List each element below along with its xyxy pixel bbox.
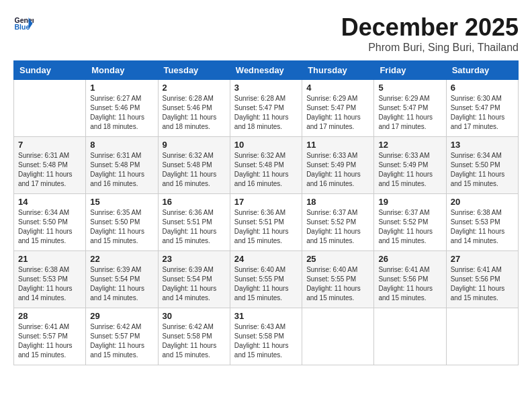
week-row-4: 21Sunrise: 6:38 AMSunset: 5:53 PMDayligh… xyxy=(14,251,519,308)
day-info: Sunrise: 6:28 AMSunset: 5:46 PMDaylight:… xyxy=(163,94,226,132)
week-row-3: 14Sunrise: 6:34 AMSunset: 5:50 PMDayligh… xyxy=(14,194,519,251)
day-info: Sunrise: 6:32 AMSunset: 5:48 PMDaylight:… xyxy=(163,151,226,189)
day-number: 18 xyxy=(306,197,369,207)
calendar-cell: 8Sunrise: 6:31 AMSunset: 5:48 PMDaylight… xyxy=(86,137,158,194)
title-section: December 2025 Phrom Buri, Sing Buri, Tha… xyxy=(341,13,519,54)
day-info: Sunrise: 6:32 AMSunset: 5:48 PMDaylight:… xyxy=(234,151,298,189)
calendar-cell: 7Sunrise: 6:31 AMSunset: 5:48 PMDaylight… xyxy=(14,137,86,194)
day-number: 29 xyxy=(90,311,153,321)
calendar-cell: 2Sunrise: 6:28 AMSunset: 5:46 PMDaylight… xyxy=(158,80,230,137)
day-number: 13 xyxy=(451,140,514,150)
weekday-header-row: SundayMondayTuesdayWednesdayThursdayFrid… xyxy=(14,61,519,80)
calendar-cell: 20Sunrise: 6:38 AMSunset: 5:53 PMDayligh… xyxy=(446,194,518,251)
calendar-cell: 22Sunrise: 6:39 AMSunset: 5:54 PMDayligh… xyxy=(86,251,158,308)
calendar-cell xyxy=(14,80,86,137)
day-number: 26 xyxy=(378,254,441,264)
day-info: Sunrise: 6:36 AMSunset: 5:51 PMDaylight:… xyxy=(163,208,226,246)
day-number: 4 xyxy=(306,83,369,93)
calendar-cell: 3Sunrise: 6:28 AMSunset: 5:47 PMDaylight… xyxy=(230,80,302,137)
day-number: 10 xyxy=(234,140,298,150)
week-row-2: 7Sunrise: 6:31 AMSunset: 5:48 PMDaylight… xyxy=(14,137,519,194)
calendar-cell: 18Sunrise: 6:37 AMSunset: 5:52 PMDayligh… xyxy=(302,194,374,251)
day-info: Sunrise: 6:29 AMSunset: 5:47 PMDaylight:… xyxy=(378,94,441,132)
day-number: 23 xyxy=(163,254,226,264)
day-info: Sunrise: 6:36 AMSunset: 5:51 PMDaylight:… xyxy=(234,208,298,246)
day-number: 6 xyxy=(451,83,514,93)
calendar-cell: 5Sunrise: 6:29 AMSunset: 5:47 PMDaylight… xyxy=(374,80,446,137)
calendar-cell: 1Sunrise: 6:27 AMSunset: 5:46 PMDaylight… xyxy=(86,80,158,137)
day-number: 27 xyxy=(451,254,514,264)
weekday-header-sunday: Sunday xyxy=(14,61,86,80)
day-number: 5 xyxy=(378,83,441,93)
day-info: Sunrise: 6:33 AMSunset: 5:49 PMDaylight:… xyxy=(378,151,441,189)
day-info: Sunrise: 6:39 AMSunset: 5:54 PMDaylight:… xyxy=(163,265,226,303)
subtitle: Phrom Buri, Sing Buri, Thailand xyxy=(341,42,519,54)
day-info: Sunrise: 6:31 AMSunset: 5:48 PMDaylight:… xyxy=(18,151,81,189)
calendar-cell: 6Sunrise: 6:30 AMSunset: 5:47 PMDaylight… xyxy=(446,80,518,137)
svg-text:Blue: Blue xyxy=(15,23,30,31)
day-info: Sunrise: 6:35 AMSunset: 5:50 PMDaylight:… xyxy=(90,208,153,246)
day-info: Sunrise: 6:42 AMSunset: 5:58 PMDaylight:… xyxy=(163,322,226,360)
calendar-cell: 19Sunrise: 6:37 AMSunset: 5:52 PMDayligh… xyxy=(374,194,446,251)
calendar-cell: 28Sunrise: 6:41 AMSunset: 5:57 PMDayligh… xyxy=(14,308,86,365)
day-number: 19 xyxy=(378,197,441,207)
calendar-cell: 9Sunrise: 6:32 AMSunset: 5:48 PMDaylight… xyxy=(158,137,230,194)
day-info: Sunrise: 6:41 AMSunset: 5:56 PMDaylight:… xyxy=(451,265,514,303)
day-info: Sunrise: 6:27 AMSunset: 5:46 PMDaylight:… xyxy=(90,94,153,132)
day-info: Sunrise: 6:34 AMSunset: 5:50 PMDaylight:… xyxy=(18,208,81,246)
day-info: Sunrise: 6:34 AMSunset: 5:50 PMDaylight:… xyxy=(451,151,514,189)
page-header: General Blue December 2025 Phrom Buri, S… xyxy=(13,13,519,54)
day-number: 31 xyxy=(234,311,298,321)
day-info: Sunrise: 6:43 AMSunset: 5:58 PMDaylight:… xyxy=(234,322,298,360)
day-info: Sunrise: 6:29 AMSunset: 5:47 PMDaylight:… xyxy=(306,94,369,132)
main-title: December 2025 xyxy=(341,13,519,42)
weekday-header-wednesday: Wednesday xyxy=(230,61,302,80)
calendar-cell xyxy=(374,308,446,365)
day-info: Sunrise: 6:41 AMSunset: 5:56 PMDaylight:… xyxy=(378,265,441,303)
day-number: 21 xyxy=(18,254,81,264)
weekday-header-tuesday: Tuesday xyxy=(158,61,230,80)
day-info: Sunrise: 6:28 AMSunset: 5:47 PMDaylight:… xyxy=(234,94,298,132)
day-info: Sunrise: 6:41 AMSunset: 5:57 PMDaylight:… xyxy=(18,322,81,360)
calendar-cell: 15Sunrise: 6:35 AMSunset: 5:50 PMDayligh… xyxy=(86,194,158,251)
calendar-cell: 16Sunrise: 6:36 AMSunset: 5:51 PMDayligh… xyxy=(158,194,230,251)
calendar-cell: 24Sunrise: 6:40 AMSunset: 5:55 PMDayligh… xyxy=(230,251,302,308)
day-number: 16 xyxy=(163,197,226,207)
calendar-cell xyxy=(446,308,518,365)
day-number: 28 xyxy=(18,311,81,321)
calendar-table: SundayMondayTuesdayWednesdayThursdayFrid… xyxy=(13,60,519,365)
day-number: 8 xyxy=(90,140,153,150)
weekday-header-saturday: Saturday xyxy=(446,61,518,80)
day-info: Sunrise: 6:30 AMSunset: 5:47 PMDaylight:… xyxy=(451,94,514,132)
day-number: 30 xyxy=(163,311,226,321)
calendar-cell: 4Sunrise: 6:29 AMSunset: 5:47 PMDaylight… xyxy=(302,80,374,137)
day-info: Sunrise: 6:39 AMSunset: 5:54 PMDaylight:… xyxy=(90,265,153,303)
day-info: Sunrise: 6:38 AMSunset: 5:53 PMDaylight:… xyxy=(18,265,81,303)
week-row-5: 28Sunrise: 6:41 AMSunset: 5:57 PMDayligh… xyxy=(14,308,519,365)
logo-icon: General Blue xyxy=(13,13,34,34)
day-number: 24 xyxy=(234,254,298,264)
day-number: 22 xyxy=(90,254,153,264)
day-number: 25 xyxy=(306,254,369,264)
logo: General Blue xyxy=(13,13,34,34)
day-number: 14 xyxy=(18,197,81,207)
weekday-header-monday: Monday xyxy=(86,61,158,80)
day-info: Sunrise: 6:38 AMSunset: 5:53 PMDaylight:… xyxy=(451,208,514,246)
day-info: Sunrise: 6:33 AMSunset: 5:49 PMDaylight:… xyxy=(306,151,369,189)
calendar-cell: 11Sunrise: 6:33 AMSunset: 5:49 PMDayligh… xyxy=(302,137,374,194)
calendar-cell: 29Sunrise: 6:42 AMSunset: 5:57 PMDayligh… xyxy=(86,308,158,365)
day-info: Sunrise: 6:42 AMSunset: 5:57 PMDaylight:… xyxy=(90,322,153,360)
day-info: Sunrise: 6:40 AMSunset: 5:55 PMDaylight:… xyxy=(234,265,298,303)
calendar-cell: 30Sunrise: 6:42 AMSunset: 5:58 PMDayligh… xyxy=(158,308,230,365)
calendar-cell: 27Sunrise: 6:41 AMSunset: 5:56 PMDayligh… xyxy=(446,251,518,308)
day-number: 20 xyxy=(451,197,514,207)
calendar-cell xyxy=(302,308,374,365)
day-number: 11 xyxy=(306,140,369,150)
day-number: 9 xyxy=(163,140,226,150)
calendar-cell: 12Sunrise: 6:33 AMSunset: 5:49 PMDayligh… xyxy=(374,137,446,194)
calendar-cell: 26Sunrise: 6:41 AMSunset: 5:56 PMDayligh… xyxy=(374,251,446,308)
calendar-cell: 23Sunrise: 6:39 AMSunset: 5:54 PMDayligh… xyxy=(158,251,230,308)
weekday-header-thursday: Thursday xyxy=(302,61,374,80)
day-number: 12 xyxy=(378,140,441,150)
calendar-cell: 17Sunrise: 6:36 AMSunset: 5:51 PMDayligh… xyxy=(230,194,302,251)
